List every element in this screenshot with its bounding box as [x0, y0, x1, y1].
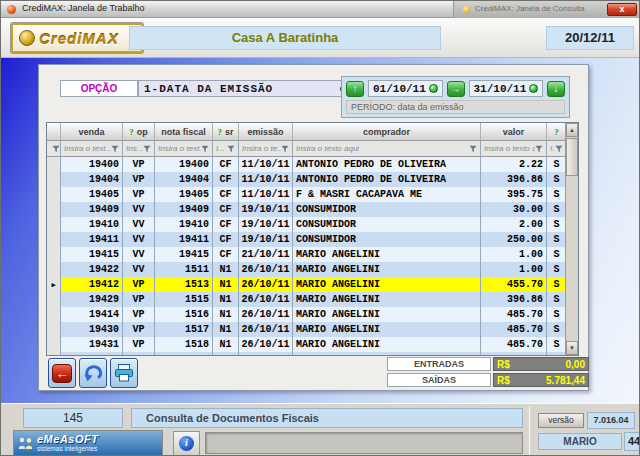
scroll-up-button[interactable]: ▲: [566, 123, 578, 137]
column-header-s[interactable]: ?: [547, 123, 567, 141]
coin-icon: [19, 30, 35, 46]
start-date-field[interactable]: 01/10/11: [368, 80, 443, 97]
table-row[interactable]: 19414VP1516N126/10/11MARIO ANGELINI485.7…: [47, 307, 567, 322]
filter-cell-sr[interactable]: I...: [213, 141, 239, 157]
entradas-value: R$ 0,00: [493, 357, 589, 371]
filter-funnel-icon[interactable]: [52, 145, 60, 153]
undo-arrow-icon: [83, 364, 103, 382]
filter-cell-comprador[interactable]: Insira o texto aqui: [293, 141, 481, 157]
table-row[interactable]: 19422VV1511N126/10/11MARIO ANGELINI1.00S: [47, 262, 567, 277]
filter-funnel-icon[interactable]: [535, 145, 543, 153]
end-date-value: 31/10/11: [474, 83, 527, 95]
grid-cell: S: [547, 172, 567, 187]
grid-cell: S: [547, 262, 567, 277]
grid-cell: S: [547, 232, 567, 247]
grid-cell: CONSUMIDOR: [293, 217, 481, 232]
filter-funnel-icon[interactable]: [281, 145, 289, 153]
table-row[interactable]: 19430VP1517N126/10/11MARIO ANGELINI485.7…: [47, 322, 567, 337]
print-button[interactable]: [110, 358, 138, 388]
grid-header-row: venda?opnota fiscal?sremissãocompradorva…: [47, 123, 567, 141]
column-header-comprador[interactable]: comprador: [293, 123, 481, 141]
table-row[interactable]: 19415VV19415CF21/10/11MARIO ANGELINI1.00…: [47, 247, 567, 262]
period-next-button[interactable]: →: [447, 81, 465, 97]
grid-cell: MARIO ANGELINI: [293, 307, 481, 322]
grid-cell: S: [547, 322, 567, 337]
scroll-down-button[interactable]: ▼: [566, 341, 578, 355]
table-row[interactable]: 19409VV19409CF19/10/11CONSUMIDOR30.00S: [47, 202, 567, 217]
table-row[interactable]: 19404VP19404CF11/10/11ANTONIO PEDRO DE O…: [47, 172, 567, 187]
grid-cell: [239, 352, 293, 356]
filter-funnel-icon[interactable]: [469, 145, 477, 153]
column-header-venda[interactable]: venda: [61, 123, 123, 141]
grid-cell: 26/10/11: [239, 262, 293, 277]
filter-funnel-icon[interactable]: [143, 145, 151, 153]
end-date-field[interactable]: 31/10/11: [469, 80, 544, 97]
grid-cell: [123, 352, 155, 356]
header-band: CrediMAX Casa A Baratinha 20/12/11: [1, 18, 640, 58]
grid-cell: CF: [213, 187, 239, 202]
grid-cell: CF: [213, 172, 239, 187]
filter-cell-venda[interactable]: Insira o text...: [61, 141, 123, 157]
back-button[interactable]: ←: [48, 358, 76, 388]
back-arrow-icon: ←: [52, 364, 72, 383]
grid-cell: 485.70: [481, 322, 547, 337]
grid-cell: 395.75: [481, 187, 547, 202]
table-row[interactable]: 19405VP19405CF11/10/11F & MASRI CACAPAVA…: [47, 187, 567, 202]
filter-funnel-icon[interactable]: [555, 145, 563, 153]
column-header-valor[interactable]: valor: [481, 123, 547, 141]
grid-cell: 19422: [61, 262, 123, 277]
table-row[interactable]: 19410VV19410CF19/10/11CONSUMIDOR2.00S: [47, 217, 567, 232]
grid-cell: 2.22: [481, 157, 547, 172]
filter-cell-indicator[interactable]: [47, 141, 61, 157]
screen-title: Consulta de Documentos Fiscais: [131, 408, 523, 428]
version-button[interactable]: versão: [538, 413, 584, 428]
grid-cell: 11/10/11: [239, 172, 293, 187]
close-button[interactable]: x: [607, 3, 637, 16]
vertical-scrollbar[interactable]: ▲ ▼: [565, 123, 578, 355]
grid-cell: 19410: [155, 217, 213, 232]
filter-funnel-icon[interactable]: [201, 145, 209, 153]
table-row[interactable]: 19400VP19400CF11/10/11ANTONIO PEDRO DE O…: [47, 157, 567, 172]
column-header-emissao[interactable]: emissão: [239, 123, 293, 141]
filter-cell-op[interactable]: Ins...: [123, 141, 155, 157]
column-header-nota_fiscal[interactable]: nota fiscal: [155, 123, 213, 141]
option-select[interactable]: 1-DATA DA EMISSÃO: [138, 80, 356, 97]
credimax-logo: CrediMAX: [11, 23, 143, 53]
table-row[interactable]: 19431VP1518N126/10/11MARIO ANGELINI485.7…: [47, 337, 567, 352]
row-indicator: [47, 247, 61, 262]
grid-cell: S: [547, 217, 567, 232]
grid-cell: 26/10/11: [239, 337, 293, 352]
grid-cell: MARIO ANGELINI: [293, 262, 481, 277]
filter-cell-s[interactable]: I...: [547, 141, 567, 157]
grid-cell: 19414: [61, 307, 123, 322]
table-row[interactable]: ▶19412VP1513N126/10/11MARIO ANGELINI455.…: [47, 277, 567, 292]
filter-funnel-icon[interactable]: [227, 145, 235, 153]
grid-cell: 19400: [61, 157, 123, 172]
scroll-thumb[interactable]: [566, 138, 578, 176]
currency-symbol: R$: [497, 375, 510, 386]
table-row[interactable]: 19411VV19411CF19/10/11CONSUMIDOR250.00S: [47, 232, 567, 247]
undo-button[interactable]: [79, 358, 107, 388]
grid-cell: VV: [123, 202, 155, 217]
titlebar[interactable]: CrediMAX: Janela de Trabalho CrediMAX: J…: [1, 1, 640, 18]
filter-cell-valor[interactable]: Insira o texto aqui: [481, 141, 547, 157]
filter-cell-emissao[interactable]: Insira o te...: [239, 141, 293, 157]
grid-cell: N1: [213, 277, 239, 292]
grid-cell: 19404: [155, 172, 213, 187]
info-button[interactable]: i: [173, 431, 200, 456]
filter-funnel-icon[interactable]: [111, 145, 119, 153]
period-caption: PERÍODO: data da emissão: [346, 100, 565, 114]
column-header-sr[interactable]: ?sr: [213, 123, 239, 141]
period-up-button[interactable]: ↑: [346, 81, 364, 97]
filter-cell-nota_fiscal[interactable]: Insira o text...: [155, 141, 213, 157]
grid-cell: VV: [123, 232, 155, 247]
table-row[interactable]: [47, 352, 567, 356]
grid-cell: [155, 352, 213, 356]
period-download-button[interactable]: ↓: [547, 81, 565, 97]
grid-cell: 1511: [155, 262, 213, 277]
grid-cell: 19/10/11: [239, 232, 293, 247]
grid-cell: 19411: [155, 232, 213, 247]
table-row[interactable]: 19429VP1515N126/10/11MARIO ANGELINI396.8…: [47, 292, 567, 307]
row-indicator: ▶: [47, 277, 61, 292]
column-header-op[interactable]: ?op: [123, 123, 155, 141]
